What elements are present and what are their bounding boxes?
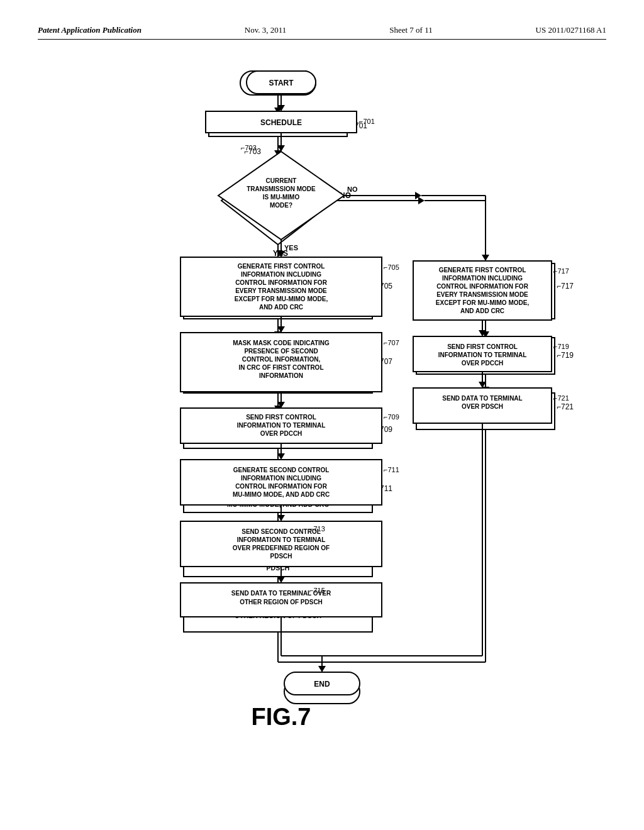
svg-text:OVER PDSCH: OVER PDSCH [462, 403, 503, 410]
svg-text:PDSCH: PDSCH [270, 553, 292, 560]
svg-text:INFORMATION TO TERMINAL: INFORMATION TO TERMINAL [237, 536, 326, 543]
svg-text:INFORMATION INCLUDING: INFORMATION INCLUDING [241, 271, 321, 278]
ref-717-txt: ⌐717 [553, 267, 569, 275]
svg-text:PRESENCE OF SECOND: PRESENCE OF SECOND [244, 348, 318, 355]
svg-text:IS MU-MIMO: IS MU-MIMO [263, 194, 300, 201]
svg-text:SEND FIRST CONTROL: SEND FIRST CONTROL [246, 414, 316, 421]
svg-text:GENERATE SECOND CONTROL: GENERATE SECOND CONTROL [233, 467, 330, 473]
svg-text:SEND FIRST CONTROL: SEND FIRST CONTROL [447, 343, 518, 350]
ref-719-txt: ⌐719 [553, 343, 569, 350]
svg-text:CONTROL INFORMATION FOR: CONTROL INFORMATION FOR [235, 483, 328, 490]
fig-label: FIG.7 [251, 704, 311, 730]
svg-marker-10 [418, 197, 425, 204]
ref-721: ⌐721 [557, 402, 574, 411]
ref-707-txt: ⌐707 [384, 339, 399, 346]
svg-text:EXCEPT FOR MU-MIMO MODE,: EXCEPT FOR MU-MIMO MODE, [235, 296, 328, 302]
svg-text:OVER PREDEFINED REGION OF: OVER PREDEFINED REGION OF [233, 545, 330, 551]
svg-text:SEND SECOND CONTROL: SEND SECOND CONTROL [242, 528, 321, 535]
svg-text:INFORMATION INCLUDING: INFORMATION INCLUDING [241, 475, 321, 482]
svg-text:MASK MASK CODE INDICATING: MASK MASK CODE INDICATING [233, 340, 330, 346]
svg-text:INFORMATION: INFORMATION [259, 372, 303, 379]
ref-717: ⌐717 [557, 282, 574, 290]
svg-text:YES: YES [284, 244, 298, 252]
svg-text:CONTROL INFORMATION FOR: CONTROL INFORMATION FOR [235, 279, 328, 286]
svg-text:IN CRC OF FIRST CONTROL: IN CRC OF FIRST CONTROL [239, 364, 324, 371]
svg-text:EVERY TRANSMISSION MODE: EVERY TRANSMISSION MODE [436, 291, 528, 298]
ref-719: ⌐719 [557, 351, 574, 360]
svg-text:CURRENT: CURRENT [266, 177, 297, 184]
svg-text:AND ADD CRC: AND ADD CRC [259, 304, 303, 311]
svg-text:SEND DATA TO TERMINAL: SEND DATA TO TERMINAL [442, 395, 522, 402]
start-text: START [269, 79, 294, 87]
svg-text:EXCEPT FOR MU-MIMO MODE,: EXCEPT FOR MU-MIMO MODE, [436, 299, 530, 306]
svg-text:OVER PDCCH: OVER PDCCH [260, 430, 303, 437]
svg-text:OVER PDCCH: OVER PDCCH [462, 360, 504, 367]
ref-711-txt: ⌐711 [384, 466, 399, 473]
ref-721-txt: ⌐721 [553, 394, 569, 402]
header-patent-number: US 2011/0271168 A1 [536, 25, 606, 35]
svg-text:GENERATE FIRST CONTROL: GENERATE FIRST CONTROL [238, 263, 325, 270]
header-publication-label: Patent Application Publication [38, 25, 142, 35]
ref-713-txt: ⌐713 [309, 525, 325, 533]
header-sheet: Sheet 7 of 11 [389, 25, 432, 35]
svg-text:MODE?: MODE? [270, 202, 292, 209]
ref-703-txt: ⌐703 [241, 144, 257, 152]
ref-705-txt: ⌐705 [384, 263, 399, 271]
svg-text:INFORMATION TO TERMINAL: INFORMATION TO TERMINAL [237, 422, 326, 429]
svg-text:INFORMATION INCLUDING: INFORMATION INCLUDING [442, 275, 523, 282]
svg-text:EVERY TRANSMISSION MODE: EVERY TRANSMISSION MODE [235, 287, 327, 294]
end-text: END [314, 680, 330, 689]
schedule-text: SCHEDULE [260, 118, 302, 127]
header-date: Nov. 3, 2011 [245, 25, 287, 35]
page-header: Patent Application Publication Nov. 3, 2… [38, 25, 606, 40]
svg-text:TRANSMISSION MODE: TRANSMISSION MODE [247, 185, 316, 192]
ref-715-txt: ⌐715 [309, 587, 325, 594]
page: Patent Application Publication Nov. 3, 2… [0, 0, 644, 830]
svg-text:INFORMATION TO TERMINAL: INFORMATION TO TERMINAL [438, 351, 527, 358]
svg-text:NO: NO [347, 185, 358, 193]
svg-text:GENERATE FIRST CONTROL: GENERATE FIRST CONTROL [439, 267, 526, 274]
ref-709-txt: ⌐709 [384, 413, 399, 421]
svg-text:CONTROL INFORMATION FOR: CONTROL INFORMATION FOR [436, 283, 529, 290]
svg-text:CONTROL INFORMATION,: CONTROL INFORMATION, [242, 356, 321, 363]
svg-text:MU-MIMO MODE, AND ADD CRC: MU-MIMO MODE, AND ADD CRC [233, 491, 330, 498]
svg-text:AND ADD CRC: AND ADD CRC [460, 307, 504, 314]
svg-text:OTHER REGION OF PDSCH: OTHER REGION OF PDSCH [240, 599, 323, 606]
ref-701-txt: ⌐701 [359, 118, 375, 125]
